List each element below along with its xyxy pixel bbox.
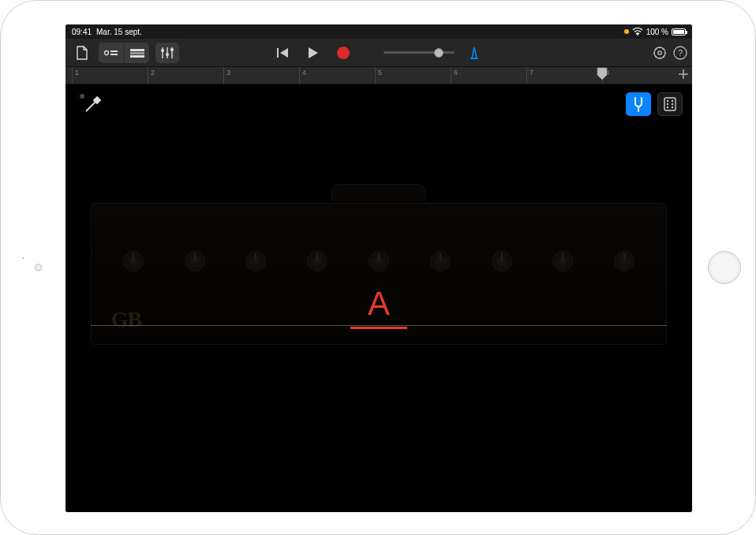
sound-browser-icon xyxy=(103,47,119,58)
play-icon xyxy=(308,47,319,59)
amp-knobs-row xyxy=(123,251,635,271)
svg-rect-16 xyxy=(664,98,676,110)
svg-rect-3 xyxy=(110,54,118,55)
front-camera xyxy=(35,264,42,271)
ipad-frame: 09:41 Mar. 15 sept. 100 % xyxy=(0,0,756,535)
svg-rect-4 xyxy=(130,49,144,51)
amp-knob xyxy=(369,251,389,271)
bar-marker: 1 xyxy=(72,67,79,84)
toolbar: ? xyxy=(65,39,692,67)
track-controls-icon xyxy=(160,47,174,59)
tuner-needle xyxy=(350,327,407,329)
input-monitor-icon[interactable] xyxy=(80,94,103,118)
amp-background: GB xyxy=(91,203,668,345)
amp-knob xyxy=(552,251,573,271)
instrument-view: GB A xyxy=(65,84,692,512)
view-switcher xyxy=(626,92,683,116)
tuner-view-button[interactable] xyxy=(626,92,651,116)
svg-point-8 xyxy=(166,53,169,56)
clock: 09:41 xyxy=(72,28,92,36)
playhead[interactable] xyxy=(597,67,608,84)
settings-button[interactable] xyxy=(653,46,667,60)
tracks-view-icon xyxy=(129,47,145,58)
svg-rect-2 xyxy=(110,51,118,52)
svg-rect-5 xyxy=(130,52,144,54)
add-section-button[interactable] xyxy=(678,69,689,80)
amp-knob xyxy=(245,251,266,271)
record-button[interactable] xyxy=(333,43,354,63)
amp-knob xyxy=(123,251,144,271)
tuner-note-readout: A xyxy=(368,285,390,323)
battery-icon xyxy=(672,28,686,36)
svg-point-22 xyxy=(672,107,673,108)
bar-marker: 3 xyxy=(223,67,230,84)
bar-marker: 6 xyxy=(451,67,458,84)
screen: 09:41 Mar. 15 sept. 100 % xyxy=(65,24,692,512)
settings-gear-icon xyxy=(653,46,667,60)
transport-controls xyxy=(273,43,485,63)
battery-percent: 100 % xyxy=(646,28,668,36)
browser-button[interactable] xyxy=(99,43,124,63)
date: Mar. 15 sept. xyxy=(96,28,142,36)
track-controls-button[interactable] xyxy=(155,43,179,63)
master-volume-slider[interactable] xyxy=(384,51,455,54)
my-songs-button[interactable] xyxy=(70,43,94,63)
document-icon xyxy=(76,46,88,60)
svg-rect-6 xyxy=(130,55,144,58)
svg-point-20 xyxy=(672,103,673,105)
amp-knob xyxy=(185,251,205,271)
amp-knob xyxy=(492,251,512,271)
help-button[interactable]: ? xyxy=(673,46,687,60)
volume-thumb[interactable] xyxy=(434,48,443,58)
svg-point-17 xyxy=(667,100,668,102)
play-button[interactable] xyxy=(303,43,324,63)
svg-point-19 xyxy=(667,103,668,105)
timeline-ruler[interactable]: 1 2 3 4 5 6 7 8 xyxy=(65,67,692,84)
metronome-icon xyxy=(467,46,481,60)
playhead-icon xyxy=(597,67,608,84)
home-button[interactable] xyxy=(708,251,741,284)
amp-knob xyxy=(614,251,634,271)
amp-handle xyxy=(331,184,426,201)
rewind-icon xyxy=(277,47,290,58)
bar-marker: 7 xyxy=(526,67,533,84)
view-segment xyxy=(99,43,149,63)
record-icon xyxy=(337,47,350,59)
bar-marker: 4 xyxy=(299,67,306,84)
svg-point-13 xyxy=(658,51,661,54)
amp-knob xyxy=(430,251,451,271)
tuner-baseline xyxy=(91,325,668,326)
svg-point-0 xyxy=(637,34,638,36)
svg-rect-10 xyxy=(277,48,279,58)
bar-marker: 2 xyxy=(148,67,155,84)
svg-point-21 xyxy=(667,107,668,108)
amp-logo: GB xyxy=(111,307,141,332)
stompbox-view-button[interactable] xyxy=(657,92,683,116)
amp-knob xyxy=(307,251,327,271)
svg-text:?: ? xyxy=(678,48,683,58)
metronome-button[interactable] xyxy=(464,43,485,63)
help-icon: ? xyxy=(673,46,687,60)
wifi-dot-icon xyxy=(624,29,629,34)
ambient-sensor xyxy=(22,257,24,259)
tracks-view-button[interactable] xyxy=(124,43,149,63)
svg-point-9 xyxy=(170,48,174,51)
plus-icon xyxy=(678,69,689,80)
wifi-icon xyxy=(632,28,643,36)
go-to-beginning-button[interactable] xyxy=(273,43,294,63)
bar-marker: 5 xyxy=(375,67,382,84)
status-bar: 09:41 Mar. 15 sept. 100 % xyxy=(65,24,692,39)
stompbox-icon xyxy=(663,96,677,112)
svg-point-1 xyxy=(105,51,109,54)
svg-point-18 xyxy=(672,100,673,102)
tuning-fork-icon xyxy=(631,96,646,112)
svg-point-7 xyxy=(161,49,164,52)
